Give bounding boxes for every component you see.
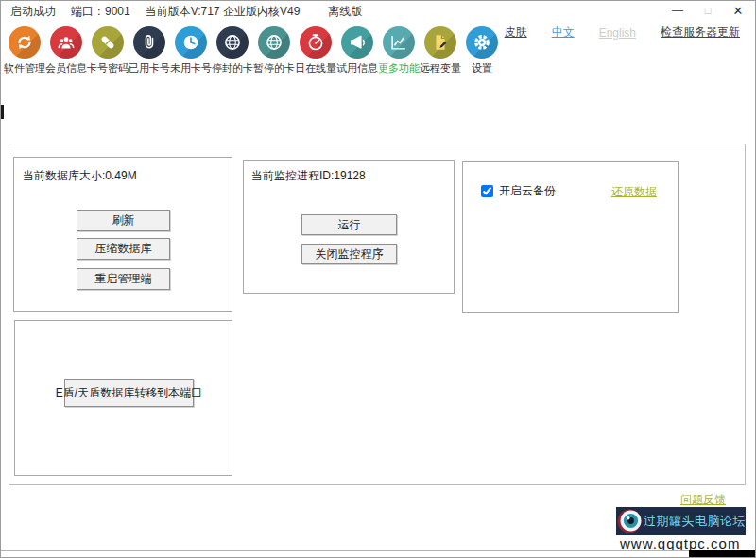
members-icon (50, 26, 82, 59)
toolbar-item-label: 暂停的卡 (253, 61, 295, 76)
forum-logo-icon (617, 508, 644, 534)
toolbar-item-more-features[interactable]: 更多功能 (378, 26, 420, 76)
port-text: 端口：9001 (71, 4, 130, 20)
window-controls: — □ ✕ (662, 1, 753, 20)
toolbar-item-label: 日在线量 (295, 61, 336, 76)
toolbar-item-settings[interactable]: 设置 (461, 26, 503, 76)
toolbar: 软件管理 会员信息 卡号密码 已用卡号 未用卡号 (4, 26, 503, 76)
toolbar-item-label: 未用卡号 (170, 61, 212, 76)
globe-icon (258, 26, 290, 59)
toolbar-item-daily-online[interactable]: 日在线量 (295, 26, 336, 76)
cloud-backup-panel: 开启云备份 还原数据 (462, 161, 679, 313)
toolbar-item-label: 软件管理 (4, 61, 45, 76)
transfer-database-button[interactable]: E盾/天盾数据库转移到本端口 (64, 379, 194, 407)
check-update-link[interactable]: 检查服务器更新 (661, 25, 740, 41)
toolbar-item-label: 已用卡号 (129, 61, 170, 76)
paperclip-icon (133, 26, 165, 59)
restart-admin-button[interactable]: 重启管理端 (77, 268, 170, 290)
toolbar-item-label: 远程变量 (420, 61, 461, 76)
refresh-button[interactable]: 刷新 (77, 210, 170, 231)
english-link[interactable]: English (599, 26, 636, 40)
clock-icon (175, 26, 207, 59)
app-window: 启动成功 端口：9001 当前版本V:717 企业版内核V49 离线版 — □ … (0, 0, 756, 558)
globe-icon (216, 26, 249, 59)
cloud-backup-label: 开启云备份 (499, 183, 556, 199)
skin-link[interactable]: 皮肤 (505, 25, 527, 41)
toolbar-item-label: 设置 (472, 61, 492, 76)
stopwatch-icon (300, 26, 332, 59)
database-panel: 当前数据库大小:0.49M 刷新 压缩数据库 重启管理端 (13, 157, 232, 312)
maximize-icon[interactable]: □ (693, 1, 723, 20)
feedback-link[interactable]: 问题反馈 (680, 492, 726, 508)
toolbar-item-paused-cards[interactable]: 暂停的卡 (253, 26, 295, 76)
toolbar-item-label: 停封的卡 (212, 61, 253, 76)
restore-data-link[interactable]: 还原数据 (611, 184, 657, 200)
toolbar-item-label: 会员信息 (45, 61, 87, 76)
title-bar: 启动成功 端口：9001 当前版本V:717 企业版内核V49 离线版 (1, 1, 755, 22)
toolbar-item-card-passwords[interactable]: 卡号密码 (87, 26, 129, 76)
document-icon (424, 26, 456, 59)
pill-icon (92, 26, 124, 59)
run-button[interactable]: 运行 (301, 214, 397, 235)
transfer-panel: E盾/天盾数据库转移到本端口 (14, 320, 232, 476)
cloud-backup-row: 开启云备份 (481, 183, 556, 199)
toolbar-item-software-manage[interactable]: 软件管理 (4, 26, 45, 76)
toolbar-item-remote-variables[interactable]: 远程变量 (420, 26, 461, 76)
monitor-panel: 当前监控进程ID:19128 运行 关闭监控程序 (243, 160, 455, 294)
database-size-text: 当前数据库大小:0.49M (23, 168, 137, 184)
chinese-link[interactable]: 中文 (552, 25, 575, 41)
forum-url-text: www.gqgtpc.com (620, 535, 740, 551)
edition-text: 离线版 (328, 4, 362, 20)
toolbar-item-used-cards[interactable]: 已用卡号 (129, 26, 170, 76)
window-bottom-border (1, 550, 755, 551)
monitor-process-id-text: 当前监控进程ID:19128 (251, 168, 366, 184)
version-text: 当前版本V:717 企业版内核V49 (146, 4, 301, 20)
toolbar-item-member-info[interactable]: 会员信息 (45, 26, 87, 76)
toolbar-item-label: 试用信息 (336, 61, 378, 76)
close-monitor-button[interactable]: 关闭监控程序 (301, 244, 397, 264)
toolbar-item-label: 卡号密码 (87, 61, 129, 76)
forum-name-text: 过期罐头电脑论坛 (644, 513, 746, 530)
watermark-black-bar (689, 550, 756, 558)
close-icon[interactable]: ✕ (723, 1, 753, 20)
minimize-icon[interactable]: — (662, 1, 693, 20)
top-links: 皮肤 中文 English 检查服务器更新 (505, 25, 740, 41)
forum-watermark: 过期罐头电脑论坛 (616, 507, 746, 535)
sync-icon (9, 26, 41, 59)
toolbar-item-unused-cards[interactable]: 未用卡号 (170, 26, 212, 76)
megaphone-icon (341, 26, 373, 59)
toolbar-item-banned-cards[interactable]: 停封的卡 (212, 26, 253, 76)
toolbar-item-label: 更多功能 (378, 61, 420, 76)
chart-icon (383, 26, 415, 59)
cloud-backup-checkbox[interactable] (481, 185, 493, 197)
status-text: 启动成功 (10, 4, 56, 20)
gear-icon (466, 26, 498, 59)
compress-database-button[interactable]: 压缩数据库 (77, 238, 170, 260)
left-edge-mark (1, 105, 4, 119)
toolbar-item-trial-info[interactable]: 试用信息 (336, 26, 378, 76)
